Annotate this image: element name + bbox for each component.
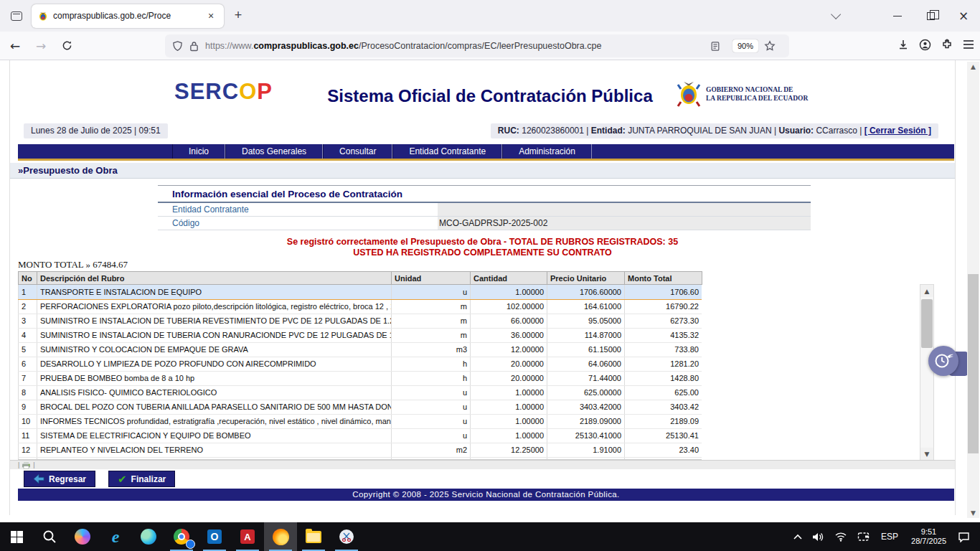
firefox-icon xyxy=(273,529,289,545)
nav-item-administración[interactable]: Administración xyxy=(502,144,592,159)
info-label: Entidad Contratante xyxy=(158,203,438,216)
table-row[interactable]: 9BROCAL DEL POZO CON TUBERIA ANILLADA PA… xyxy=(19,400,702,414)
table-cell: 66.00000 xyxy=(471,314,547,328)
page-scroll-up-icon[interactable]: ▲ xyxy=(967,62,979,72)
url-bar[interactable]: https://www.compraspublicas.gob.ec/Proce… xyxy=(165,34,789,57)
taskbar-clock[interactable]: 9:51 28/7/2025 xyxy=(905,527,953,546)
volume-button[interactable] xyxy=(807,522,829,551)
chrome-profile-badge xyxy=(186,540,195,549)
bookmark-star-icon[interactable] xyxy=(764,40,776,52)
reload-button[interactable] xyxy=(56,35,77,57)
restore-icon xyxy=(927,12,935,20)
file-explorer-button[interactable] xyxy=(297,522,330,551)
table-cell: 1.00000 xyxy=(471,400,547,414)
tray-expand-button[interactable] xyxy=(788,522,807,551)
browser-tab[interactable]: compraspublicas.gob.ec/Proce × xyxy=(32,4,224,28)
logout-link[interactable]: [ Cerrar Sesión ] xyxy=(864,126,931,136)
back-button[interactable]: ← xyxy=(4,35,26,57)
table-cell: 1.91000 xyxy=(547,443,625,457)
list-tabs-button[interactable] xyxy=(818,0,851,32)
nav-item-datos-generales[interactable]: Datos Generales xyxy=(225,144,323,159)
table-cell: 164.61000 xyxy=(547,299,625,314)
language-indicator[interactable]: ESP xyxy=(875,532,905,542)
scrollbar-thumb[interactable] xyxy=(921,299,933,348)
close-button[interactable]: × xyxy=(947,0,980,32)
page-left-border xyxy=(9,60,10,515)
wifi-button[interactable] xyxy=(829,522,852,551)
extensions-icon[interactable] xyxy=(941,39,953,53)
minimize-button[interactable] xyxy=(881,0,914,32)
acrobat-button[interactable]: A xyxy=(231,522,264,551)
table-cell: 12.00000 xyxy=(471,342,547,357)
outlook-button[interactable]: O xyxy=(198,522,231,551)
table-row[interactable]: 8ANALISIS FISICO- QUIMICO BACTERIOLOGICO… xyxy=(19,385,702,400)
account-icon[interactable] xyxy=(919,39,931,54)
page-scroll-down-icon[interactable]: ▼ xyxy=(967,508,979,518)
tab-close-icon[interactable]: × xyxy=(204,9,218,23)
lock-icon[interactable] xyxy=(189,41,199,52)
column-header: No xyxy=(19,272,37,285)
internet-explorer-button[interactable]: e xyxy=(99,522,132,551)
scissors-icon xyxy=(339,529,354,544)
nav-item-consultar[interactable]: Consultar xyxy=(323,144,392,159)
table-vertical-scrollbar[interactable]: ▲ ▼ xyxy=(920,284,934,461)
nav-item-inicio[interactable]: Inicio xyxy=(172,144,225,159)
table-row[interactable]: 1TRANSPORTE E INSTALACION DE EQUIPOu1.00… xyxy=(19,285,702,299)
page-scrollbar-thumb[interactable] xyxy=(968,274,979,453)
print-icon-wrap[interactable]: | | xyxy=(18,461,35,469)
scroll-up-arrow-icon[interactable]: ▲ xyxy=(920,285,933,297)
display-connect-button[interactable] xyxy=(852,522,875,551)
table-row[interactable]: 3SUMINISTRO E INSTALACION DE TUBERIA REV… xyxy=(19,314,702,328)
table-cell: u xyxy=(392,385,471,400)
firefox-view-button[interactable] xyxy=(6,5,27,27)
table-header-row: NoDescripción del RubroUnidadCantidadPre… xyxy=(19,272,702,285)
page-vertical-scrollbar[interactable]: ▲ ▼ xyxy=(967,62,979,518)
reader-mode-icon[interactable] xyxy=(710,41,720,52)
time-tracker-overlay-button[interactable] xyxy=(928,346,958,376)
downloads-icon[interactable] xyxy=(897,39,909,53)
new-tab-button[interactable]: + xyxy=(228,6,248,26)
notification-center-button[interactable] xyxy=(953,522,980,551)
search-button[interactable] xyxy=(33,522,66,551)
info-value: MCO-GADPRSJP-2025-002 xyxy=(438,217,811,230)
shield-icon[interactable] xyxy=(172,40,183,52)
zoom-level-button[interactable]: 90% xyxy=(732,39,758,52)
monitor-icon xyxy=(857,532,870,542)
taskbar-time: 9:51 xyxy=(911,527,946,537)
regresar-button[interactable]: Regresar xyxy=(24,471,95,487)
restore-button[interactable] xyxy=(914,0,947,32)
table-scroll-area[interactable]: 1TRANSPORTE E INSTALACION DE EQUIPOu1.00… xyxy=(18,285,702,460)
table-row[interactable]: 2PERFORACIONES EXPLORATORIA pozo piloto,… xyxy=(19,299,702,314)
scroll-down-arrow-icon[interactable]: ▼ xyxy=(920,448,933,460)
browser-toolbar: ← → https://www.compraspublicas.gob.ec/P… xyxy=(0,32,980,60)
table-cell: 114.87000 xyxy=(547,328,625,342)
table-row[interactable]: 12REPLANTEO Y NIVELACION DEL TERRENOm212… xyxy=(19,443,702,457)
snipping-tool-button[interactable] xyxy=(330,522,363,551)
entidad-label: Entidad: xyxy=(591,126,626,136)
table-cell: 16790.22 xyxy=(625,299,702,314)
table-row[interactable]: 11SISTEMA DE ELECTRIFICACION Y EQUIPO DE… xyxy=(19,428,702,443)
table-row[interactable]: 7PRUEBA DE BOMBEO bomba de 8 a 10 hph20.… xyxy=(19,371,702,385)
table-cell: 1.00000 xyxy=(471,414,547,428)
table-cell: 95.05000 xyxy=(547,314,625,328)
url-text[interactable]: https://www.compraspublicas.gob.ec/Proce… xyxy=(205,41,710,51)
table-cell: 1706.60 xyxy=(625,285,702,299)
page-content: SERCOP Sistema Oficial de Contratación P… xyxy=(0,60,980,522)
finalizar-button[interactable]: ✔ Finalizar xyxy=(108,471,175,487)
firefox-button[interactable] xyxy=(264,522,297,551)
menu-hamburger-icon[interactable] xyxy=(963,39,974,52)
start-button[interactable] xyxy=(0,522,33,551)
table-row[interactable]: 10INFORMES TECNICOS profundidad, estrati… xyxy=(19,414,702,428)
chrome-button[interactable] xyxy=(165,522,198,551)
nav-item-entidad-contratante[interactable]: Entidad Contratante xyxy=(392,144,502,159)
edge-button[interactable] xyxy=(132,522,165,551)
forward-button[interactable]: → xyxy=(30,35,52,57)
url-path: /ProcesoContratacion/compras/EC/leerPres… xyxy=(359,41,601,51)
copilot-button[interactable] xyxy=(66,522,99,551)
table-row[interactable]: 5SUMINISTRO Y COLOCACION DE EMPAQUE DE G… xyxy=(19,342,702,357)
table-cell: u xyxy=(392,400,471,414)
chevron-up-icon xyxy=(793,534,802,540)
table-cell: ANALISIS FISICO- QUIMICO BACTERIOLOGICO xyxy=(37,385,392,400)
table-row[interactable]: 4SUMINISTRO E INSTALACION DE TUBERIA CON… xyxy=(19,328,702,342)
table-row[interactable]: 6DESARROLLO Y LIMPIEZA DE POZO PROFUNDO … xyxy=(19,357,702,371)
